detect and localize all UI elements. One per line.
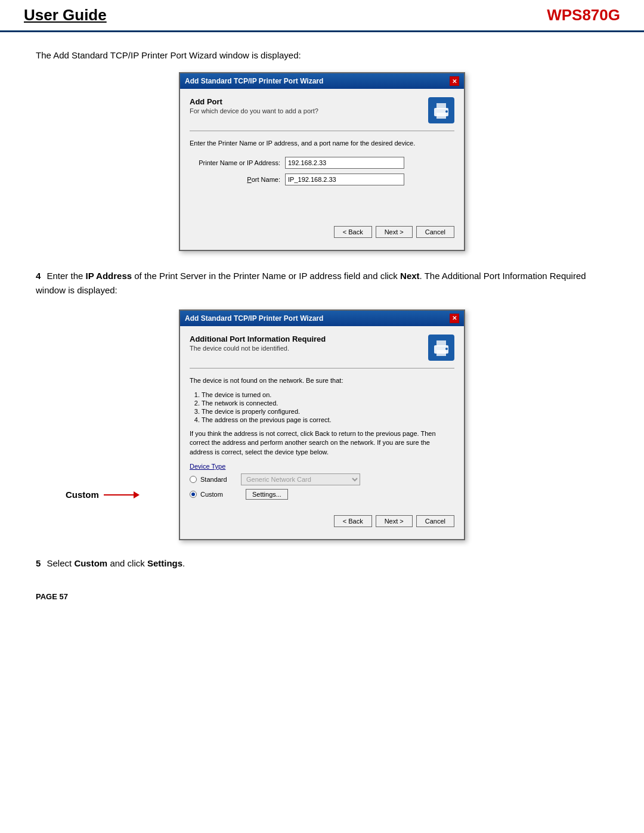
custom-radio-row: Custom Settings... — [190, 489, 454, 500]
step4-text-plain: Enter the — [47, 271, 86, 281]
standard-radio-row: Standard Generic Network Card — [190, 473, 454, 485]
step4-bold2: Next — [400, 271, 420, 281]
dialog2-header-info: Additional Port Information Required The… — [190, 335, 422, 358]
dialog1-instruction: Enter the Printer Name or IP address, an… — [190, 138, 454, 148]
dialog2-title-text: Add Standard TCP/IP Printer Port Wizard — [185, 314, 323, 323]
dialog2-section-subtitle: The device could not be identified. — [190, 345, 422, 352]
dialog2-body: Additional Port Information Required The… — [180, 326, 464, 540]
svg-rect-5 — [436, 340, 446, 346]
list-item: The device is turned on. — [202, 391, 454, 398]
dialog1-section-subtitle: For which device do you want to add a po… — [190, 107, 422, 114]
dialog2-divider — [190, 368, 454, 368]
custom-label: Custom — [66, 490, 99, 500]
dialog2-list: The device is turned on. The network is … — [202, 391, 454, 423]
dialog2-buttons: < Back Next > Cancel — [190, 503, 454, 533]
step5-bold2: Settings — [147, 558, 182, 568]
step5-middle: and click — [107, 558, 147, 568]
dialog1-divider — [190, 131, 454, 131]
port-name-row: Port Name: — [190, 174, 454, 185]
dialog1-header-info: Add Port For which device do you want to… — [190, 97, 422, 120]
custom-radio[interactable] — [190, 491, 197, 498]
main-content: The Add Standard TCP/IP Printer Port Wiz… — [0, 50, 644, 568]
step4-number: 4 — [36, 271, 41, 281]
step4-text-after: of the Print Server in the Printer Name … — [132, 271, 400, 281]
dialog1-title-text: Add Standard TCP/IP Printer Port Wizard — [185, 77, 323, 85]
dialog1-body: Add Port For which device do you want to… — [180, 89, 464, 250]
dialog2-header-row: Additional Port Information Required The… — [190, 335, 454, 361]
list-item: The address on the previous page is corr… — [202, 416, 454, 423]
settings-button[interactable]: Settings... — [246, 489, 288, 500]
port-name-label: Port Name: — [190, 176, 285, 183]
svg-rect-1 — [436, 103, 446, 109]
device-type-label: Device Type — [190, 463, 454, 470]
dialog1-buttons: < Back Next > Cancel — [190, 190, 454, 244]
header-title: User Guide — [24, 6, 107, 24]
page-header: User Guide WPS870G — [0, 0, 644, 32]
custom-annotation: Custom — [66, 490, 140, 500]
dialog2-close-button[interactable]: ✕ — [450, 314, 459, 323]
svg-rect-6 — [436, 350, 446, 356]
dialog2-back-button[interactable]: < Back — [334, 515, 372, 527]
step5-bold1: Custom — [74, 558, 107, 568]
dialog1-cancel-button[interactable]: Cancel — [416, 226, 454, 238]
dialog2: Add Standard TCP/IP Printer Port Wizard … — [179, 309, 465, 541]
device-type-section: Device Type Standard Generic Network Car… — [190, 463, 454, 500]
dialog2-section-title: Additional Port Information Required — [190, 335, 422, 343]
dialog2-container: Custom Add Standard TCP/IP Printer Port … — [36, 309, 608, 541]
dialog1: Add Standard TCP/IP Printer Port Wizard … — [179, 72, 465, 251]
printer-name-input[interactable] — [285, 157, 404, 169]
custom-arrow — [104, 491, 140, 499]
dialog2-if-text: If you think the address is not correct,… — [190, 429, 454, 457]
svg-rect-2 — [436, 113, 446, 119]
printer-name-label: Printer Name or IP Address: — [190, 159, 285, 166]
printer-icon — [428, 97, 454, 123]
dialog2-titlebar: Add Standard TCP/IP Printer Port Wizard … — [180, 311, 464, 326]
step5-number: 5 — [36, 558, 41, 568]
dialog1-section-title: Add Port — [190, 97, 422, 106]
dialog2-next-button[interactable]: Next > — [376, 515, 413, 527]
dialog1-container: Add Standard TCP/IP Printer Port Wizard … — [36, 72, 608, 251]
step5-paragraph: 5 Select Custom and click Settings. — [36, 558, 608, 568]
standard-label: Standard — [200, 476, 236, 483]
step4-paragraph: 4 Enter the IP Address of the Print Serv… — [36, 269, 608, 298]
dialog1-header-row: Add Port For which device do you want to… — [190, 97, 454, 123]
dialog1-titlebar: Add Standard TCP/IP Printer Port Wizard … — [180, 73, 464, 89]
port-label-text: Port Name: — [247, 176, 280, 183]
standard-dropdown[interactable]: Generic Network Card — [241, 473, 360, 485]
step4-bold1: IP Address — [86, 271, 132, 281]
standard-radio[interactable] — [190, 476, 197, 483]
dialog1-next-button[interactable]: Next > — [376, 226, 413, 238]
list-item: The network is connected. — [202, 400, 454, 407]
header-model: WPS870G — [547, 6, 620, 24]
dialog2-cancel-button[interactable]: Cancel — [416, 515, 454, 527]
svg-point-7 — [445, 348, 448, 350]
printer-name-row: Printer Name or IP Address: — [190, 157, 454, 169]
page-number: PAGE 57 — [0, 592, 644, 601]
dialog1-close-button[interactable]: ✕ — [450, 76, 459, 86]
step5-end: . — [182, 558, 185, 568]
dialog2-printer-icon — [428, 335, 454, 361]
intro-text: The Add Standard TCP/IP Printer Port Wiz… — [36, 50, 608, 60]
port-name-input[interactable] — [285, 174, 404, 185]
dialog1-back-button[interactable]: < Back — [334, 226, 372, 238]
dialog2-not-found-text: The device is not found on the network. … — [190, 376, 454, 386]
list-item: The device is properly configured. — [202, 408, 454, 415]
step5-text: Select — [47, 558, 75, 568]
svg-point-3 — [445, 110, 448, 113]
custom-radio-label: Custom — [200, 491, 236, 498]
